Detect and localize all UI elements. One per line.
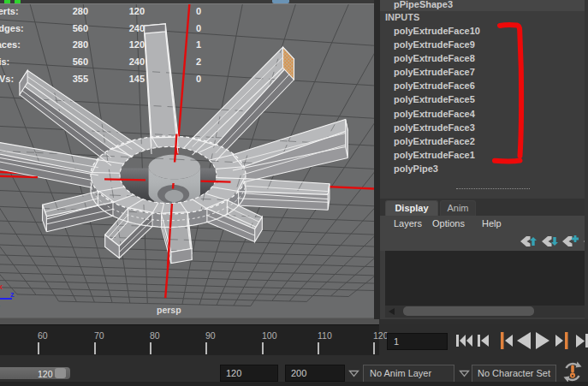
- svg-text:z: z: [10, 290, 15, 299]
- svg-text:x: x: [0, 282, 3, 291]
